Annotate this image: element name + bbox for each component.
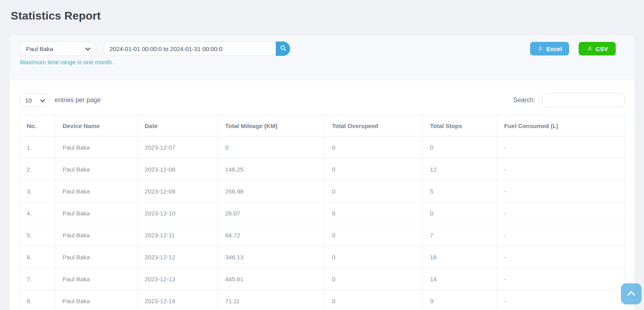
table-header: No.Device NameDateTotal Mileage (KM)Tota… [20, 116, 625, 136]
table-cell: 0 [423, 136, 497, 158]
table-cell: 6. [20, 246, 55, 268]
table-cell: 14 [423, 268, 497, 290]
table-cell: 146.25 [218, 158, 325, 180]
date-range-input[interactable] [103, 41, 276, 56]
scroll-to-top-button[interactable] [621, 283, 642, 304]
table-cell: 256.98 [218, 180, 325, 202]
chevron-up-icon [627, 290, 636, 297]
table-cell: Paul Baka [55, 158, 137, 180]
table-cell: 346.13 [218, 246, 325, 268]
entries-per-page-label: entries per page [55, 97, 101, 104]
table-cell: 2023-12-08 [137, 158, 218, 180]
page-size-value: 10 [25, 97, 32, 104]
table-cell: 0 [325, 180, 423, 202]
table-cell: 3. [20, 180, 55, 202]
table-cell: 0 [325, 158, 423, 180]
table-cell: 0 [325, 268, 423, 290]
table-row: 3.Paul Baka2023-12-09256.9805- [20, 180, 625, 202]
table-cell: 5. [20, 224, 55, 246]
export-csv-button[interactable]: CSV [579, 42, 616, 55]
table-body: 1.Paul Baka2023-12-07000-2.Paul Baka2023… [20, 136, 625, 310]
table-cell: 4. [20, 202, 55, 224]
device-select-value: Paul Baka [26, 45, 53, 52]
column-header: Date [137, 116, 218, 136]
table-cell: 2023-12-11 [137, 224, 218, 246]
page-title: Statistics Report [0, 0, 644, 23]
column-header: Total Mileage (KM) [218, 116, 325, 136]
table-cell: Paul Baka [55, 268, 137, 290]
date-range-group [103, 41, 290, 56]
table-cell: 9 [423, 290, 497, 310]
table-row: 8.Paul Baka2023-12-1471.1109- [20, 290, 625, 310]
page-size-select[interactable]: 10 [19, 93, 50, 107]
column-header: Device Name [55, 116, 137, 136]
table-cell: 26.07 [218, 202, 325, 224]
chevron-down-icon [40, 97, 45, 104]
table-cell: 2023-12-09 [137, 180, 218, 202]
table-cell: - [497, 224, 625, 246]
table-cell: 445.61 [218, 268, 325, 290]
table-cell: Paul Baka [55, 246, 137, 268]
table-cell: 0 [423, 202, 497, 224]
table-cell: 0 [325, 290, 423, 310]
column-header: Total Stops [423, 116, 497, 136]
table-cell: 18 [423, 246, 497, 268]
table-cell: 2023-12-07 [137, 136, 218, 158]
time-range-helper-text: Maximum time range is one month. [20, 59, 625, 65]
table-cell: 2023-12-10 [137, 202, 218, 224]
table-cell: 0 [325, 136, 423, 158]
table-cell: 1. [20, 136, 55, 158]
report-card: Paul Baka Excel [10, 35, 634, 310]
table-header-row: No.Device NameDateTotal Mileage (KM)Tota… [20, 116, 625, 136]
table-row: 7.Paul Baka2023-12-13445.61014- [20, 268, 625, 290]
table-cell: 8. [20, 290, 55, 310]
chevron-down-icon [85, 45, 90, 52]
page-size-group: 10 entries per page [19, 93, 101, 107]
export-excel-button[interactable]: Excel [530, 42, 569, 55]
table-cell: - [497, 290, 625, 310]
download-icon [537, 45, 544, 53]
statistics-table: No.Device NameDateTotal Mileage (KM)Tota… [19, 115, 625, 310]
table-cell: Paul Baka [55, 224, 137, 246]
table-cell: 2023-12-14 [137, 290, 218, 310]
table-cell: - [497, 180, 625, 202]
table-row: 4.Paul Baka2023-12-1026.0700- [20, 202, 625, 224]
column-header: No. [20, 116, 55, 136]
table-row: 5.Paul Baka2023-12-1164.7207- [20, 224, 625, 246]
table-cell: 64.72 [218, 224, 325, 246]
table-cell: 0 [325, 246, 423, 268]
table-search-group: Search: [513, 93, 625, 107]
table-cell: 2. [20, 158, 55, 180]
export-excel-label: Excel [546, 45, 562, 52]
table-cell: 0 [325, 224, 423, 246]
table-cell: 0 [218, 136, 325, 158]
table-row: 2.Paul Baka2023-12-08146.25012- [20, 158, 625, 180]
table-cell: - [497, 202, 625, 224]
table-controls: 10 entries per page Search: [19, 93, 625, 107]
search-submit-button[interactable] [276, 41, 290, 56]
table-cell: 7. [20, 268, 55, 290]
table-cell: Paul Baka [55, 136, 137, 158]
device-select[interactable]: Paul Baka [19, 41, 96, 56]
filter-row: Paul Baka Excel [19, 41, 625, 56]
filter-panel: Paul Baka Excel [10, 35, 634, 80]
table-cell: 2023-12-13 [137, 268, 218, 290]
table-cell: - [497, 246, 625, 268]
column-header: Total Overspeed [325, 116, 423, 136]
table-cell: - [497, 158, 625, 180]
search-icon [279, 44, 287, 53]
table-cell: 0 [325, 202, 423, 224]
table-row: 6.Paul Baka2023-12-12346.13018- [20, 246, 625, 268]
column-header: Fuel Consumed (L) [497, 116, 625, 136]
table-cell: Paul Baka [55, 290, 137, 310]
table-panel: 10 entries per page Search: No.Device Na… [10, 80, 634, 310]
table-cell: - [497, 136, 625, 158]
table-cell: 12 [423, 158, 497, 180]
table-cell: 5 [423, 180, 497, 202]
table-cell: 71.11 [218, 290, 325, 310]
export-csv-label: CSV [596, 45, 608, 52]
table-search-input[interactable] [542, 93, 625, 107]
table-cell: Paul Baka [55, 202, 137, 224]
table-cell: 7 [423, 224, 497, 246]
download-icon [587, 45, 593, 53]
